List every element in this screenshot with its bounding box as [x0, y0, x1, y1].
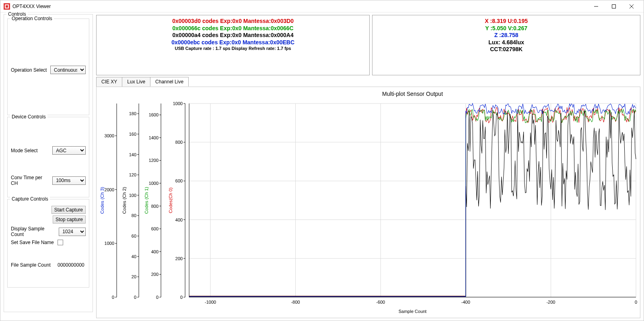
svg-text:180: 180 — [129, 111, 136, 116]
chart-svg: Multi-plot Sensor Output-1000-800-600-40… — [97, 87, 640, 318]
device-controls-title: Device Controls — [10, 114, 47, 120]
svg-text:-400: -400 — [461, 300, 470, 304]
svg-text:1000: 1000 — [105, 241, 114, 246]
conv-time-label: Conv Time per CH — [11, 175, 50, 186]
svg-text:200: 200 — [175, 256, 183, 261]
codes-ch1-line: 0x000066c codes Exp:0x0 Mantessa:0x0066C — [173, 25, 294, 32]
start-capture-button[interactable]: Start Capture — [51, 206, 86, 214]
svg-text:0: 0 — [112, 295, 114, 300]
lux-line: Lux: 4.684lux — [488, 39, 524, 46]
svg-text:Codes (Ch 1): Codes (Ch 1) — [144, 187, 149, 214]
svg-text:1200: 1200 — [149, 158, 158, 163]
operation-controls-title: Operation Controls — [10, 16, 54, 21]
y-v-line: Y :5.050 V:0.267 — [485, 25, 527, 32]
chart-area: Multi-plot Sensor Output-1000-800-600-40… — [96, 87, 640, 318]
file-sample-count-label: File Sample Count — [11, 262, 55, 268]
svg-text:Codes(Ch 0): Codes(Ch 0) — [168, 187, 173, 213]
svg-text:100: 100 — [129, 193, 136, 198]
svg-text:60: 60 — [132, 234, 136, 238]
svg-text:200: 200 — [151, 272, 158, 277]
controls-group: Controls Operation Controls Operation Se… — [4, 14, 93, 312]
svg-text:-800: -800 — [291, 300, 300, 304]
svg-text:0: 0 — [635, 300, 637, 304]
svg-text:160: 160 — [129, 132, 136, 137]
svg-text:1600: 1600 — [149, 112, 158, 117]
svg-text:1400: 1400 — [149, 135, 158, 140]
capture-controls-title: Capture Controls — [10, 196, 50, 202]
svg-text:-600: -600 — [376, 300, 385, 304]
svg-text:Multi-plot Sensor Output: Multi-plot Sensor Output — [382, 91, 443, 97]
svg-text:600: 600 — [151, 226, 158, 231]
svg-text:40: 40 — [132, 254, 136, 259]
stop-capture-button[interactable]: Stop capture — [53, 215, 86, 224]
mode-select-dropdown[interactable]: AGC — [52, 146, 86, 155]
svg-text:Codes (Ch 2): Codes (Ch 2) — [122, 187, 127, 214]
z-line: Z :28.758 — [494, 32, 518, 39]
tab-bar: CIE XY Lux Live Channel Live — [96, 77, 640, 87]
cct-line: CCT:02798K — [490, 46, 523, 53]
close-button[interactable] — [623, 1, 640, 12]
svg-text:400: 400 — [175, 217, 183, 222]
svg-text:20: 20 — [132, 274, 136, 279]
svg-rect-2 — [6, 5, 8, 8]
minimize-button[interactable] — [587, 1, 605, 12]
operation-controls-group: Operation Controls Operation Select Cont… — [7, 19, 89, 115]
set-save-file-checkbox[interactable] — [58, 240, 63, 245]
codes-ch2-line: 0x00000a4 codes Exp:0x0 Mantessa:0x000A4 — [173, 32, 294, 39]
app-icon — [4, 3, 10, 10]
codes-ch3-line: 0x0000ebc codes Exp:0x0 Mantessa:0x00EBC — [171, 39, 294, 46]
mode-select-label: Mode Select — [11, 148, 50, 153]
file-sample-count-value: 0000000000 — [58, 262, 84, 268]
device-controls-group: Device Controls Mode Select AGC Conv Tim… — [7, 117, 89, 197]
tab-lux-live[interactable]: Lux Live — [122, 77, 150, 87]
tab-cie-xy[interactable]: CIE XY — [96, 77, 122, 87]
svg-text:-200: -200 — [546, 300, 555, 304]
svg-text:Codes (Ch 3): Codes (Ch 3) — [100, 187, 105, 214]
computed-values-panel: X :8.319 U:0.195 Y :5.050 V:0.267 Z :28.… — [372, 15, 640, 75]
tab-channel-live[interactable]: Channel Live — [150, 77, 189, 87]
capture-controls-group: Capture Controls Start Capture Stop capt… — [7, 199, 89, 288]
svg-text:120: 120 — [129, 172, 136, 177]
svg-text:Sample Count: Sample Count — [399, 309, 427, 314]
svg-text:1000: 1000 — [173, 101, 183, 106]
svg-text:2000: 2000 — [105, 187, 114, 192]
display-sample-count-label: Display Sample Count — [11, 226, 56, 237]
svg-text:1000: 1000 — [149, 181, 158, 186]
set-save-file-label: Set Save File Name — [11, 240, 55, 245]
operation-select-dropdown[interactable]: Continuous — [50, 66, 86, 74]
codes-ch0-line: 0x00003d0 codes Exp:0x0 Mantessa:0x003D0 — [172, 18, 294, 25]
svg-text:140: 140 — [129, 152, 136, 157]
svg-text:800: 800 — [175, 140, 183, 145]
svg-text:0: 0 — [156, 295, 158, 300]
display-sample-count-dropdown[interactable]: 1024 — [59, 228, 86, 236]
window-title: OPT4XXX Viewer — [12, 4, 51, 9]
svg-text:3000: 3000 — [105, 133, 114, 138]
svg-text:600: 600 — [175, 178, 183, 183]
usb-rate-line: USB Capture rate : 1.7 sps Display Refre… — [175, 46, 291, 52]
svg-text:0: 0 — [134, 295, 136, 300]
svg-text:800: 800 — [151, 204, 158, 209]
raw-codes-panel: 0x00003d0 codes Exp:0x0 Mantessa:0x003D0… — [96, 15, 370, 75]
operation-select-label: Operation Select — [11, 67, 48, 73]
conv-time-dropdown[interactable]: 100ms — [52, 176, 86, 185]
svg-text:0: 0 — [180, 295, 183, 300]
svg-text:80: 80 — [132, 213, 136, 218]
maximize-button[interactable] — [605, 1, 623, 12]
svg-text:400: 400 — [151, 249, 158, 254]
titlebar: OPT4XXX Viewer — [0, 0, 644, 12]
svg-rect-4 — [612, 4, 616, 8]
x-u-line: X :8.319 U:0.195 — [485, 18, 528, 25]
svg-text:-1000: -1000 — [205, 300, 216, 304]
